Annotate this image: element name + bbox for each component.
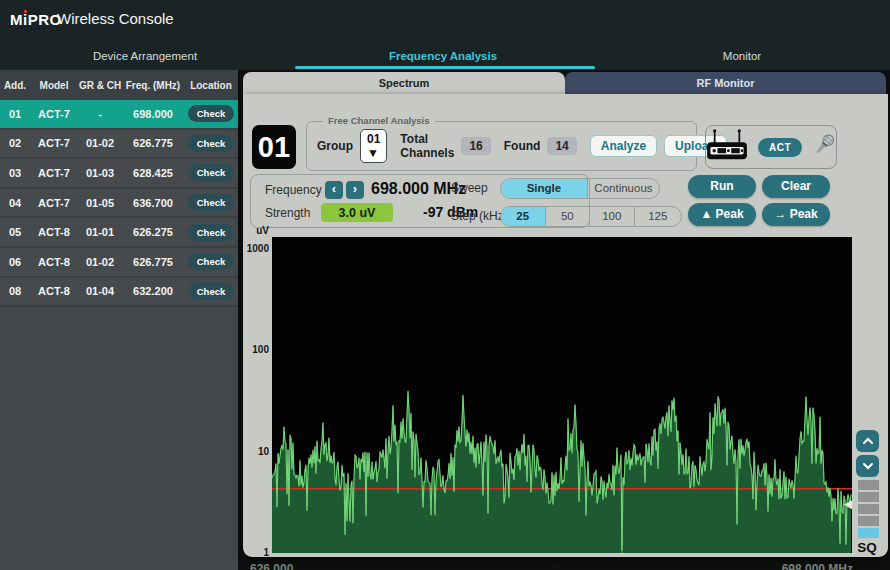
frequency-next-button[interactable]: › — [346, 181, 364, 199]
group-label: Group — [317, 139, 353, 153]
run-button[interactable]: Run — [688, 175, 756, 198]
title-bar: MiPRO Wireless Console — [0, 0, 890, 40]
col-header-freq: Freq. (MHz) — [122, 80, 184, 91]
frequency-prev-button[interactable]: ‹ — [325, 181, 343, 199]
channel-number-display: 01 — [252, 125, 296, 169]
table-row[interactable]: 01ACT-7-698.000Check — [0, 100, 238, 130]
step-option-100[interactable]: 100 — [590, 207, 635, 226]
mipro-logo: MiPRO — [10, 11, 62, 28]
found-label: Found — [504, 139, 541, 153]
cell-freq: 626.275 — [122, 226, 184, 238]
table-row[interactable]: 02ACT-701-02626.775Check — [0, 130, 238, 160]
tab-rf-monitor[interactable]: RF Monitor — [565, 72, 886, 95]
act-sync-button[interactable]: ACT — [758, 138, 802, 157]
sweep-option-continuous[interactable]: Continuous — [588, 179, 659, 198]
clock-icon — [546, 562, 559, 570]
squelch-segment-off — [858, 516, 879, 526]
y-axis-unit-label: uV — [243, 225, 269, 236]
x-axis-end-label: 698.000 MHz — [753, 562, 853, 570]
cell-add: 06 — [0, 256, 30, 268]
found-value: 14 — [547, 137, 576, 155]
col-header-location: Location — [184, 80, 238, 91]
cell-grch: - — [78, 108, 122, 120]
cell-freq: 632.200 — [122, 285, 184, 297]
cell-grch: 01-03 — [78, 167, 122, 179]
chevron-down-icon — [862, 462, 874, 470]
app-title: Wireless Console — [57, 10, 174, 27]
cell-add: 02 — [0, 137, 30, 149]
check-button[interactable]: Check — [188, 283, 234, 300]
y-tick-label: 1 — [243, 547, 269, 558]
spectrum-plot[interactable] — [272, 237, 852, 553]
check-button[interactable]: Check — [188, 194, 234, 211]
squelch-segment-off — [858, 480, 879, 490]
device-table-body: 01ACT-7-698.000Check02ACT-701-02626.775C… — [0, 100, 238, 307]
squelch-down-button[interactable] — [856, 455, 879, 477]
step-option-50[interactable]: 50 — [546, 207, 591, 226]
main-tab-bar: Device Arrangement Frequency Analysis Mo… — [0, 40, 890, 70]
tab-device-arrangement[interactable]: Device Arrangement — [35, 46, 255, 66]
check-button[interactable]: Check — [188, 135, 234, 152]
sweep-option-single[interactable]: Single — [501, 179, 588, 198]
sweep-time-value: 01:32 — [563, 561, 595, 570]
frequency-label: Frequency — [265, 183, 322, 197]
col-header-add: Add. — [0, 80, 30, 91]
cell-model: ACT-8 — [30, 226, 78, 238]
step-option-25[interactable]: 25 — [501, 207, 546, 226]
cell-add: 01 — [0, 108, 30, 120]
total-channels-label: Total Channels — [400, 132, 454, 160]
chevron-up-icon — [862, 437, 874, 445]
device-list-sidebar: Add. Model GR & CH Freq. (MHz) Location … — [0, 70, 238, 570]
free-channel-analysis-group: Free Channel Analysis Group 01 ▼ Total C… — [306, 121, 697, 171]
table-row[interactable]: 08ACT-801-04632.200Check — [0, 278, 238, 308]
cell-model: ACT-8 — [30, 256, 78, 268]
frequency-analysis-panel: RF Monitor Spectrum 01 Free Channel Anal… — [243, 72, 888, 557]
col-header-model: Model — [30, 80, 78, 91]
tab-frequency-analysis[interactable]: Frequency Analysis — [333, 46, 553, 66]
squelch-segment-off — [858, 504, 879, 514]
check-button[interactable]: Check — [188, 253, 234, 270]
table-row[interactable]: 05ACT-801-01626.275Check — [0, 218, 238, 248]
cell-freq: 626.775 — [122, 137, 184, 149]
col-header-grch: GR & CH — [78, 80, 122, 91]
tab-monitor[interactable]: Monitor — [632, 46, 852, 66]
strength-label: Strength — [265, 206, 310, 220]
cell-freq: 628.425 — [122, 167, 184, 179]
cell-freq: 636.700 — [122, 197, 184, 209]
peak-next-button[interactable]: → Peak — [762, 203, 830, 226]
cell-model: ACT-7 — [30, 167, 78, 179]
table-row[interactable]: 04ACT-701-05636.700Check — [0, 189, 238, 219]
tab-spectrum[interactable]: Spectrum — [243, 72, 565, 95]
cell-model: ACT-7 — [30, 108, 78, 120]
sweep-time: 01:32 — [520, 561, 620, 570]
y-tick-label: 10 — [243, 446, 269, 457]
active-tab-underline — [295, 66, 595, 69]
squelch-up-button[interactable] — [856, 430, 879, 452]
clear-button[interactable]: Clear — [762, 175, 830, 198]
check-button[interactable]: Check — [188, 224, 234, 241]
cell-grch: 01-02 — [78, 137, 122, 149]
cell-grch: 01-02 — [78, 256, 122, 268]
cell-model: ACT-7 — [30, 137, 78, 149]
peak-up-button[interactable]: ▲ Peak — [688, 203, 756, 226]
group-dropdown[interactable]: 01 ▼ — [360, 129, 387, 163]
device-type-box: ACT — [705, 125, 837, 169]
squelch-label: SQ — [852, 540, 882, 555]
squelch-segment-on — [858, 528, 879, 538]
cell-freq: 698.000 — [122, 108, 184, 120]
step-option-125[interactable]: 125 — [635, 207, 681, 226]
sweep-label: Sweep — [451, 181, 488, 195]
table-row[interactable]: 03ACT-701-03628.425Check — [0, 159, 238, 189]
cell-grch: 01-04 — [78, 285, 122, 297]
table-row[interactable]: 06ACT-801-02626.775Check — [0, 248, 238, 278]
cell-add: 08 — [0, 285, 30, 297]
x-axis-start-label: 626.000 — [250, 562, 293, 570]
spectrum-panel-body: 01 Free Channel Analysis Group 01 ▼ Tota… — [243, 94, 888, 557]
cell-grch: 01-05 — [78, 197, 122, 209]
analyze-button[interactable]: Analyze — [590, 135, 657, 157]
check-button[interactable]: Check — [188, 105, 234, 122]
check-button[interactable]: Check — [188, 164, 234, 181]
y-tick-label: 100 — [243, 344, 269, 355]
cell-add: 03 — [0, 167, 30, 179]
cell-model: ACT-8 — [30, 285, 78, 297]
